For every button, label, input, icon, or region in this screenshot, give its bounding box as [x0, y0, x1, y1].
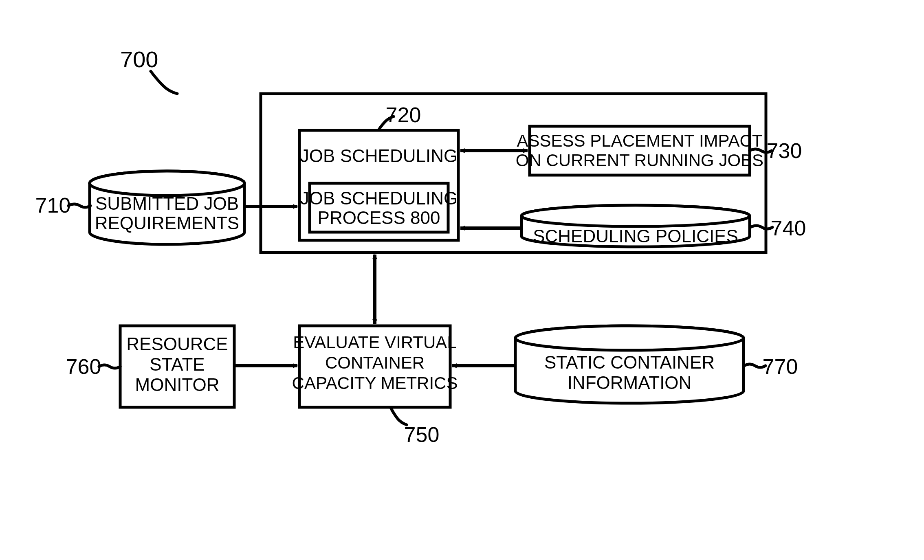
evaluate-metrics-box: EVALUATE VIRTUAL CONTAINER CAPACITY METR… [292, 326, 458, 407]
ref-700: 700 [120, 46, 158, 72]
evaluate-label-l1: EVALUATE VIRTUAL [293, 333, 456, 352]
svg-point-10 [515, 326, 744, 350]
squiggle-700 [151, 71, 177, 94]
scheduling-policies-label: SCHEDULING POLICIES [533, 226, 738, 246]
resource-state-monitor-l1: RESOURCE [126, 334, 228, 354]
svg-point-2 [90, 171, 244, 195]
squiggle-760 [99, 365, 120, 368]
resource-state-monitor-l3: MONITOR [135, 375, 220, 395]
resource-state-monitor-box: RESOURCE STATE MONITOR [120, 326, 234, 407]
evaluate-label-l3: CAPACITY METRICS [292, 373, 458, 393]
resource-state-monitor-l2: STATE [150, 354, 205, 374]
job-scheduling-process-label-l1: JOB SCHEDULING [300, 188, 458, 208]
ref-770: 770 [763, 355, 798, 378]
ref-710: 710 [35, 193, 71, 217]
job-scheduling-box: JOB SCHEDULING JOB SCHEDULING PROCESS 80… [299, 130, 458, 240]
job-scheduling-label: JOB SCHEDULING [300, 146, 458, 166]
static-container-cylinder: STATIC CONTAINER INFORMATION [515, 326, 744, 403]
ref-750: 750 [404, 423, 440, 446]
squiggle-710 [68, 204, 90, 207]
ref-760: 760 [66, 355, 101, 378]
scheduling-policies-cylinder: SCHEDULING POLICIES [521, 205, 750, 247]
submitted-job-requirements-label-l2: REQUIREMENTS [95, 213, 239, 233]
static-container-l1: STATIC CONTAINER [544, 352, 715, 372]
squiggle-750 [391, 408, 407, 425]
svg-point-6 [521, 205, 750, 226]
squiggle-740 [750, 226, 772, 229]
evaluate-label-l2: CONTAINER [325, 353, 425, 372]
ref-740: 740 [771, 216, 806, 240]
assess-placement-label-l2: ON CURRENT RUNNING JOBS [516, 151, 763, 170]
submitted-job-requirements-cylinder: SUBMITTED JOB REQUIREMENTS [90, 171, 244, 244]
job-scheduling-process-label-l2: PROCESS 800 [318, 208, 440, 228]
ref-720: 720 [386, 103, 421, 127]
assess-placement-label-l1: ASSESS PLACEMENT IMPACT [517, 131, 763, 150]
assess-placement-box: ASSESS PLACEMENT IMPACT ON CURRENT RUNNI… [516, 126, 763, 175]
static-container-l2: INFORMATION [568, 373, 692, 393]
submitted-job-requirements-label-l1: SUBMITTED JOB [95, 193, 239, 213]
